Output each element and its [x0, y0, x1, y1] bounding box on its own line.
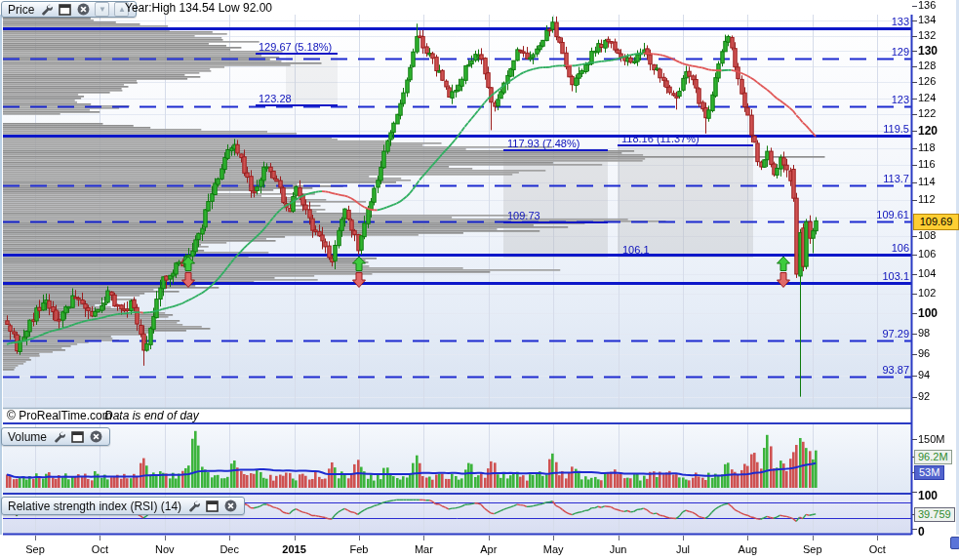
scrollbar-button[interactable]	[950, 537, 959, 549]
price-axis-tick: 114	[918, 176, 936, 187]
volume-panel-header: Volume	[1, 427, 110, 446]
time-axis-month-label: Aug	[725, 543, 770, 555]
rsi-last-value-box: 39.759	[914, 507, 955, 522]
volume-panel-title: Volume	[8, 430, 47, 444]
time-axis-month-label: Sep	[13, 543, 58, 555]
time-axis-month-label: Oct	[77, 543, 122, 555]
wrench-icon[interactable]	[39, 3, 53, 16]
wrench-icon[interactable]	[186, 500, 200, 512]
price-axis-tick: 118	[918, 141, 936, 153]
price-axis-tick: 122	[918, 107, 936, 119]
window-icon[interactable]	[205, 500, 219, 512]
price-level-label: 93.87	[849, 364, 909, 376]
chart-annotation-underline	[503, 149, 608, 151]
close-icon[interactable]	[89, 430, 102, 443]
price-axis-tick: 102	[918, 287, 936, 299]
volume-axis-max-label: 150M	[918, 433, 945, 445]
chart-annotation-label: 123.28	[259, 93, 292, 104]
data-note-text: Data is end of day	[104, 409, 199, 422]
price-axis-tick: 98	[918, 327, 930, 339]
chart-annotation-underline	[256, 53, 338, 55]
rsi-panel-header: Relative strength index (RSI) (14)	[1, 497, 245, 515]
price-panel-header: Price ▼ ▲	[1, 1, 137, 18]
chart-annotation-underline	[618, 144, 753, 146]
price-axis-tick: 94	[918, 369, 930, 380]
price-level-label: 129	[849, 46, 909, 58]
time-axis-month-label: Dec	[207, 543, 252, 555]
chart-annotation-underline	[503, 221, 608, 223]
wrench-icon[interactable]	[52, 430, 65, 443]
close-icon[interactable]	[223, 500, 237, 512]
price-axis-tick: 120	[918, 124, 938, 138]
time-axis-month-label: Apr	[466, 543, 511, 555]
price-axis-tick: 116	[918, 158, 936, 170]
volume-ma-value-box: 53M	[914, 465, 944, 480]
rsi-axis-max-label: 100	[918, 489, 938, 502]
chart-canvas	[0, 0, 959, 560]
price-axis-tick: 136	[918, 0, 936, 11]
price-axis-tick: 96	[918, 347, 930, 359]
down-arrow-icon	[352, 272, 366, 288]
window-icon[interactable]	[70, 430, 84, 443]
move-panel-down-button[interactable]: ▼	[95, 2, 109, 17]
price-level-label: 97.29	[849, 328, 909, 340]
time-axis-month-label: May	[531, 543, 576, 555]
time-axis-month-label: 2015	[272, 543, 317, 555]
up-arrow-icon	[777, 257, 790, 271]
time-axis-month-label: Jun	[596, 543, 641, 555]
rsi-panel-title: Relative strength index (RSI) (14)	[8, 500, 181, 513]
signal-arrows	[181, 257, 195, 289]
chart-annotation-label: 118.16 (11.37%)	[621, 133, 699, 144]
chart-annotation-label: 109.73	[507, 210, 540, 221]
time-axis-month-label: Mar	[401, 543, 446, 555]
year-high-low-summary: Year:High 134.54 Low 92.00	[125, 1, 272, 15]
down-arrow-icon	[777, 272, 790, 288]
price-level-label: 103.1	[849, 270, 909, 282]
time-axis-month-label: Oct	[855, 543, 899, 555]
price-level-label: 106	[849, 242, 909, 254]
signal-arrows	[352, 257, 366, 289]
price-axis-tick: 124	[918, 92, 936, 103]
price-axis-tick: 106	[918, 248, 936, 260]
price-level-label: 123	[849, 94, 909, 105]
time-axis-month-label: Feb	[337, 543, 381, 555]
price-axis-tick: 130	[918, 44, 938, 58]
chart-annotation-label: 129.67 (5.18%)	[259, 41, 332, 53]
price-level-label: 113.7	[849, 173, 909, 184]
price-axis-tick: 108	[918, 229, 936, 241]
price-level-label: 119.5	[849, 123, 909, 135]
time-axis-month-label: Jul	[660, 543, 705, 555]
last-price-badge: 109.69	[913, 214, 959, 230]
down-arrow-icon	[181, 272, 195, 288]
price-axis-tick: 134	[918, 14, 936, 25]
price-axis-tick: 112	[918, 193, 936, 205]
rsi-axis-min-label: 0	[918, 525, 925, 539]
price-level-label: 133	[849, 16, 909, 27]
chart-annotation-underline	[256, 104, 338, 106]
chart-annotation-label: 117.93 (7.48%)	[507, 138, 579, 149]
price-axis-tick: 132	[918, 29, 936, 41]
up-arrow-icon	[352, 257, 366, 271]
chart-annotation-label: 106.1	[622, 244, 650, 256]
price-level-label: 109.61	[849, 209, 909, 220]
volume-last-value-box: 96.2M	[914, 450, 952, 464]
price-axis-tick: 100	[918, 306, 938, 320]
close-icon[interactable]	[76, 3, 90, 16]
price-axis-tick: 126	[918, 75, 936, 87]
price-axis-tick: 128	[918, 60, 936, 71]
up-arrow-icon	[181, 257, 195, 271]
price-axis-tick: 104	[918, 267, 936, 279]
copyright-text: © ProRealTime.com	[7, 409, 112, 422]
price-axis-tick: 92	[918, 390, 930, 402]
window-icon[interactable]	[58, 3, 71, 16]
price-panel-title: Price	[8, 3, 34, 17]
time-axis-month-label: Sep	[790, 543, 835, 555]
signal-arrows	[777, 257, 790, 289]
time-axis-month-label: Nov	[142, 543, 187, 555]
trading-app-window: { "price_panel": { "title": "Price", "ye…	[0, 0, 959, 560]
